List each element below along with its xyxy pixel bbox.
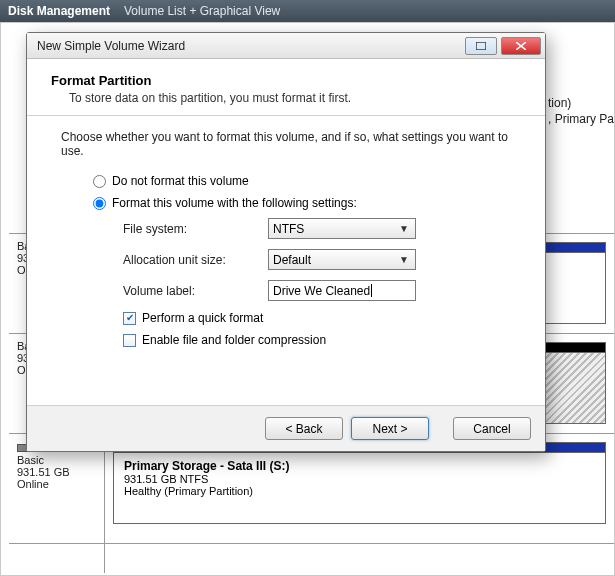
divider [27,115,545,116]
volume-label-input[interactable]: Drive We Cleaned [268,280,416,301]
radio-format[interactable] [93,197,106,210]
chevron-down-icon: ▼ [397,254,411,265]
svg-rect-0 [476,42,486,50]
allocation-unit-label: Allocation unit size: [123,253,268,267]
disk-type: Basic [17,454,96,466]
dialog-titlebar[interactable]: New Simple Volume Wizard [27,33,545,59]
next-button[interactable]: Next > [351,417,429,440]
volume-box-disk2[interactable]: Primary Storage - Sata III (S:) 931.51 G… [113,442,606,524]
background-text-peek: tion) , Primary Pa [548,95,614,127]
compression-checkbox[interactable] [123,334,136,347]
page-description: Choose whether you want to format this v… [61,130,521,158]
file-system-value: NTFS [273,222,304,236]
disk-row-cutoff [9,543,614,573]
disk-status: Online [17,478,96,490]
quick-format-label: Perform a quick format [142,311,263,325]
app-title: Disk Management [8,4,110,18]
quick-format-checkbox[interactable]: ✔ [123,312,136,325]
chevron-down-icon: ▼ [397,223,411,234]
wizard-dialog: New Simple Volume Wizard Format Partitio… [26,32,546,452]
app-subtitle: Volume List + Graphical View [124,4,280,18]
volume-sub1: 931.51 GB NTFS [124,473,595,485]
file-system-select[interactable]: NTFS ▼ [268,218,416,239]
radio-format-label: Format this volume with the following se… [112,196,357,210]
close-button[interactable] [501,37,541,55]
allocation-unit-select[interactable]: Default ▼ [268,249,416,270]
page-heading: Format Partition [51,69,521,88]
volume-sub2: Healthy (Primary Partition) [124,485,595,497]
app-header: Disk Management Volume List + Graphical … [0,0,615,22]
disk-size: 931.51 GB [17,466,96,478]
file-system-label: File system: [123,222,268,236]
radio-do-not-format[interactable] [93,175,106,188]
volume-label-label: Volume label: [123,284,268,298]
radio-do-not-format-label: Do not format this volume [112,174,249,188]
cancel-button[interactable]: Cancel [453,417,531,440]
volume-label-value: Drive We Cleaned [273,284,370,298]
back-button[interactable]: < Back [265,417,343,440]
volume-name: Primary Storage - Sata III (S:) [124,459,595,473]
allocation-unit-value: Default [273,253,311,267]
dialog-title: New Simple Volume Wizard [37,39,185,53]
compression-label: Enable file and folder compression [142,333,326,347]
page-subheading: To store data on this partition, you mus… [51,88,521,115]
maximize-button[interactable] [465,37,497,55]
